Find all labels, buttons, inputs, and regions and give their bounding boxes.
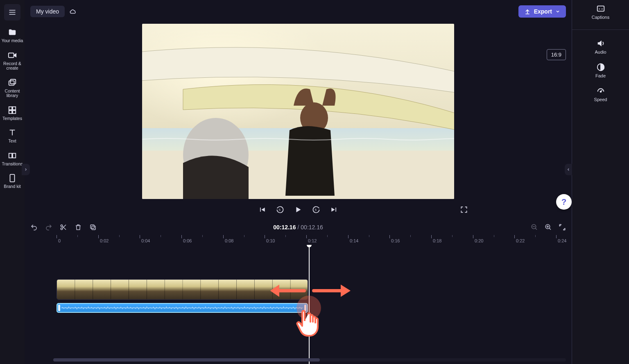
sidebar-item-fade[interactable]: Fade — [572, 63, 629, 78]
svg-rect-45 — [290, 280, 308, 299]
video-clip[interactable] — [57, 279, 308, 300]
svg-rect-6 — [9, 106, 12, 109]
svg-rect-4 — [9, 81, 14, 85]
sidebar-item-text[interactable]: Text — [0, 128, 25, 144]
audio-waveform — [61, 306, 303, 310]
video-preview[interactable] — [142, 24, 454, 199]
sidebar-item-brand-kit[interactable]: Brand kit — [0, 174, 25, 189]
aspect-ratio-button[interactable]: 16:9 — [547, 49, 566, 60]
library-icon — [8, 78, 17, 87]
sidebar-item-label: Brand kit — [4, 184, 20, 189]
zoom-out-button[interactable] — [531, 224, 538, 231]
current-time: 00:12.16 — [273, 224, 296, 231]
svg-rect-12 — [10, 174, 15, 182]
sidebar-item-your-media[interactable]: Your media — [0, 28, 25, 43]
svg-rect-5 — [10, 79, 16, 84]
svg-rect-41 — [219, 280, 237, 299]
transport-controls: 5 5 ? — [25, 201, 572, 218]
svg-point-21 — [61, 225, 63, 227]
sidebar-item-label: Speed — [594, 97, 607, 102]
timeline-toolbar: 00:12.16/00:12.16 — [25, 221, 572, 233]
zoom-in-button[interactable] — [545, 224, 552, 231]
play-button[interactable] — [293, 204, 303, 215]
sidebar-item-label: Record & create — [3, 61, 21, 71]
svg-rect-7 — [13, 106, 16, 109]
sidebar-item-label: Your media — [2, 38, 23, 43]
skip-start-button[interactable] — [257, 204, 267, 215]
fade-icon — [596, 63, 605, 72]
skip-end-button[interactable] — [329, 204, 339, 215]
svg-rect-23 — [92, 226, 95, 230]
text-icon — [8, 128, 17, 137]
sidebar-item-label: Templates — [2, 116, 22, 121]
time-display: 00:12.16/00:12.16 — [273, 224, 323, 231]
sidebar-item-captions[interactable]: Captions — [572, 4, 629, 20]
top-bar: My video Export — [25, 0, 572, 23]
audio-clip-trim-left-handle[interactable] — [58, 305, 60, 311]
svg-rect-9 — [13, 111, 16, 113]
svg-rect-3 — [9, 53, 14, 57]
cloud-sync-icon[interactable] — [70, 8, 77, 15]
audio-clip-trim-right-handle[interactable] — [304, 305, 306, 311]
svg-rect-36 — [129, 280, 147, 299]
timeline-scrollbar-thumb[interactable] — [53, 358, 320, 362]
timeline[interactable] — [25, 245, 572, 364]
preview-frame-image — [142, 24, 454, 199]
svg-rect-32 — [57, 280, 75, 299]
undo-button[interactable] — [30, 224, 38, 231]
hamburger-icon — [8, 8, 16, 16]
svg-rect-34 — [93, 280, 111, 299]
svg-text:5: 5 — [279, 208, 281, 212]
fullscreen-button[interactable] — [459, 204, 469, 215]
svg-rect-37 — [147, 280, 165, 299]
split-button[interactable] — [60, 224, 67, 231]
sidebar-item-speed[interactable]: Speed — [572, 86, 629, 102]
svg-rect-66 — [597, 6, 604, 11]
svg-line-27 — [535, 228, 537, 230]
fit-timeline-button[interactable] — [559, 224, 566, 231]
svg-rect-39 — [183, 280, 201, 299]
forward-5-button[interactable]: 5 — [311, 204, 321, 215]
svg-rect-44 — [272, 280, 290, 299]
sidebar-item-transitions[interactable]: Transitions — [0, 151, 25, 167]
sidebar-item-record-create[interactable]: Record & create — [0, 51, 25, 71]
svg-rect-35 — [111, 280, 129, 299]
svg-rect-33 — [75, 280, 93, 299]
svg-rect-43 — [254, 280, 272, 299]
svg-rect-42 — [237, 280, 255, 299]
sidebar-item-audio[interactable]: Audio — [572, 39, 629, 54]
rewind-5-button[interactable]: 5 — [275, 204, 285, 215]
sidebar-item-templates[interactable]: Templates — [0, 106, 25, 121]
project-name-input[interactable]: My video — [30, 6, 65, 17]
sidebar-item-label: Transitions — [2, 162, 23, 167]
audio-clip[interactable] — [57, 303, 308, 313]
timeline-scrollbar[interactable] — [53, 358, 566, 362]
timeline-ruler[interactable]: 00:020:040:060:080:100:120:140:160:180:2… — [25, 235, 572, 245]
captions-icon — [596, 4, 605, 13]
svg-rect-38 — [165, 280, 183, 299]
sidebar-item-label: Content library — [5, 89, 20, 98]
expand-right-panel-button[interactable] — [565, 164, 572, 175]
main-menu-button[interactable] — [4, 4, 20, 20]
svg-rect-10 — [9, 153, 12, 158]
sidebar-item-label: Captions — [592, 15, 609, 20]
chevron-down-icon — [555, 9, 560, 14]
svg-rect-11 — [13, 153, 16, 158]
right-sidebar: Captions Audio Fade Speed — [572, 0, 629, 364]
question-icon: ? — [561, 197, 566, 207]
svg-rect-24 — [91, 225, 94, 228]
record-icon — [8, 51, 17, 60]
svg-point-68 — [600, 91, 601, 93]
sidebar-item-content-library[interactable]: Content library — [0, 78, 25, 98]
stage: 16:9 — [25, 23, 572, 219]
svg-rect-8 — [9, 111, 12, 113]
delete-button[interactable] — [75, 224, 82, 231]
total-time: 00:12.16 — [301, 224, 323, 231]
left-sidebar: Your media Record & create Content libra… — [0, 0, 25, 364]
chevron-left-icon — [566, 167, 570, 172]
audio-icon — [596, 39, 605, 48]
duplicate-button[interactable] — [89, 224, 97, 231]
export-button[interactable]: Export — [518, 5, 566, 18]
redo-button[interactable] — [45, 224, 52, 231]
help-button[interactable]: ? — [556, 194, 572, 210]
